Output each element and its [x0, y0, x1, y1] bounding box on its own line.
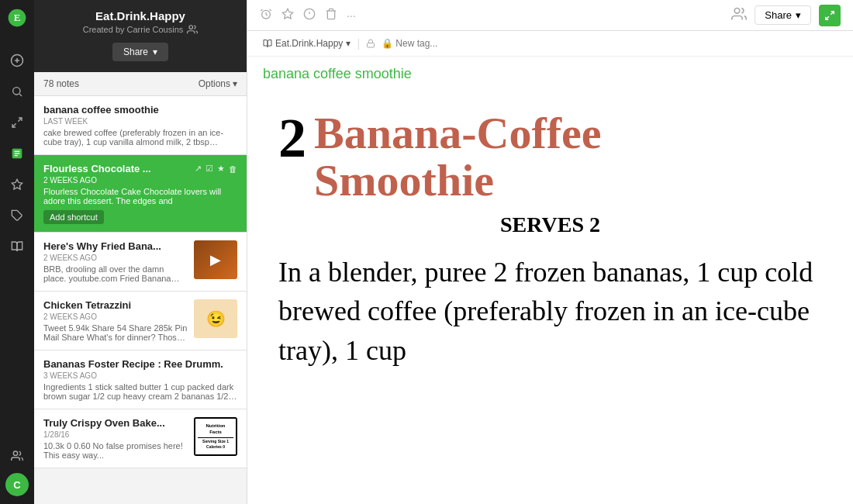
recipe-content: 2 Banana-Coffee Smoothie SERVES 2 In a b… [263, 95, 837, 496]
note-body[interactable]: 2 Banana-Coffee Smoothie SERVES 2 In a b… [247, 87, 853, 504]
list-item[interactable]: Chicken Tetrazzini 2 WEEKS AGO Tweet 5.9… [34, 292, 247, 350]
avatar[interactable]: C [5, 473, 29, 496]
sidebar-share-button[interactable]: Share ▾ [112, 43, 168, 61]
note-date: 2 WEEKS AGO [43, 176, 237, 185]
app-logo[interactable]: E [7, 8, 27, 31]
share-main-button[interactable]: Share ▾ [755, 5, 811, 25]
svg-rect-27 [368, 43, 375, 48]
recipe-title: Banana-Coffee Smoothie [314, 110, 602, 205]
svg-text:E: E [14, 12, 21, 23]
svg-line-8 [12, 123, 16, 127]
notebook-tag-button[interactable]: Eat.Drink.Happy ▾ [263, 38, 351, 49]
notes-icon[interactable] [3, 140, 31, 167]
svg-marker-20 [282, 9, 292, 19]
note-thumbnail: ▶ [194, 240, 237, 279]
topbar-left: ··· [260, 8, 356, 22]
notes-list: banana coffee smoothie LAST WEEK cake br… [34, 96, 247, 504]
trash-note-icon[interactable]: 🗑 [229, 164, 237, 174]
note-title: Here's Why Fried Bana... [43, 240, 188, 252]
meta-divider: | [357, 37, 360, 50]
note-preview: Flourless Chocolate Cake Chocolate lover… [43, 187, 237, 205]
note-preview: cake brewed coffee (preferably frozen in… [43, 128, 237, 147]
list-item[interactable]: Here's Why Fried Bana... 2 WEEKS AGO BRB… [34, 233, 247, 292]
icon-bar: E [0, 0, 34, 504]
more-icon[interactable]: ··· [347, 9, 356, 22]
note-thumbnail: Nutrition Facts Serving Size 1 Calories … [194, 417, 237, 456]
recipe-body: In a blender, puree 2 frozen bananas, 1 … [278, 253, 822, 370]
svg-point-15 [13, 451, 17, 455]
svg-point-16 [189, 26, 193, 29]
star-note-icon[interactable]: ★ [217, 164, 225, 174]
new-note-icon[interactable] [3, 47, 31, 74]
main-content: ··· Share ▾ [247, 0, 853, 504]
svg-line-7 [18, 118, 22, 122]
main-topbar: ··· Share ▾ [247, 0, 853, 31]
tag-input[interactable] [382, 38, 498, 49]
note-title: Bananas Foster Recipe : Ree Drumm. [43, 358, 237, 370]
shortcuts-icon[interactable] [3, 109, 31, 136]
note-title-display: banana coffee smoothie [247, 57, 853, 87]
note-date: 3 WEEKS AGO [43, 371, 237, 380]
svg-point-5 [13, 88, 20, 95]
list-item[interactable]: Truly Crispy Oven Bake... 1/28/16 10.3k … [34, 409, 247, 468]
note-title: banana coffee smoothie [43, 104, 237, 116]
note-meta-bar: Eat.Drink.Happy ▾ | [247, 31, 853, 57]
tags-icon[interactable] [3, 202, 31, 230]
list-item[interactable]: Bananas Foster Recipe : Ree Drumm. 3 WEE… [34, 350, 247, 409]
notes-count: 78 notes [43, 78, 79, 89]
list-item[interactable]: Flourless Chocolate ... ↗ ☑ ★ 🗑 2 WEEKS … [34, 155, 247, 233]
people-icon[interactable] [3, 442, 31, 470]
star-topbar-icon[interactable] [281, 8, 294, 22]
checkbox-note-icon[interactable]: ☑ [205, 164, 213, 174]
note-title: Truly Crispy Oven Bake... [43, 417, 188, 429]
note-preview: Tweet 5.94k Share 54 Share 285k Pin Mail… [43, 323, 188, 342]
info-icon[interactable] [303, 8, 316, 22]
starred-icon[interactable] [3, 171, 31, 198]
note-preview: Ingredients 1 stick salted butter 1 cup … [43, 382, 237, 401]
trash-topbar-icon[interactable] [325, 8, 337, 22]
svg-line-6 [19, 94, 22, 96]
lock-icon [366, 39, 375, 48]
search-icon[interactable] [3, 78, 31, 105]
note-date: LAST WEEK [43, 117, 237, 126]
recipe-serves: SERVES 2 [278, 212, 822, 237]
note-title: Flourless Chocolate ... [43, 163, 151, 174]
add-shortcut-button[interactable]: Add shortcut [43, 210, 104, 224]
svg-line-19 [266, 15, 268, 16]
note-title: Chicken Tetrazzini [43, 299, 188, 311]
sidebar-header: Eat.Drink.Happy Created by Carrie Cousin… [34, 0, 247, 72]
note-preview: BRB, drooling all over the damn place. y… [43, 264, 188, 283]
svg-point-24 [734, 8, 740, 13]
notebook-subtitle: Created by Carrie Cousins [47, 24, 234, 35]
svg-marker-13 [12, 179, 22, 189]
expand-button[interactable] [819, 5, 841, 26]
note-preview: 10.3k 0 0.60 No false promises here! Thi… [43, 441, 188, 460]
list-item[interactable]: banana coffee smoothie LAST WEEK cake br… [34, 96, 247, 155]
note-date: 1/28/16 [43, 430, 188, 439]
options-button[interactable]: Options ▾ [199, 78, 237, 89]
recipe-number: 2 [278, 110, 306, 166]
notebook-title: Eat.Drink.Happy [47, 9, 234, 22]
topbar-right: Share ▾ [731, 5, 841, 26]
note-date: 2 WEEKS AGO [43, 312, 188, 321]
sidebar: Eat.Drink.Happy Created by Carrie Cousin… [34, 0, 247, 504]
note-thumbnail: 😉 [194, 299, 237, 338]
share-note-icon[interactable]: ↗ [195, 164, 202, 174]
people-topbar-icon[interactable] [731, 6, 747, 25]
note-date: 2 WEEKS AGO [43, 254, 188, 262]
alarm-icon[interactable] [260, 8, 272, 22]
sidebar-toolbar: 78 notes Options ▾ [34, 72, 247, 96]
notebooks-icon[interactable] [3, 233, 31, 261]
note-editor: Eat.Drink.Happy ▾ | banana coffee smooth… [247, 31, 853, 504]
